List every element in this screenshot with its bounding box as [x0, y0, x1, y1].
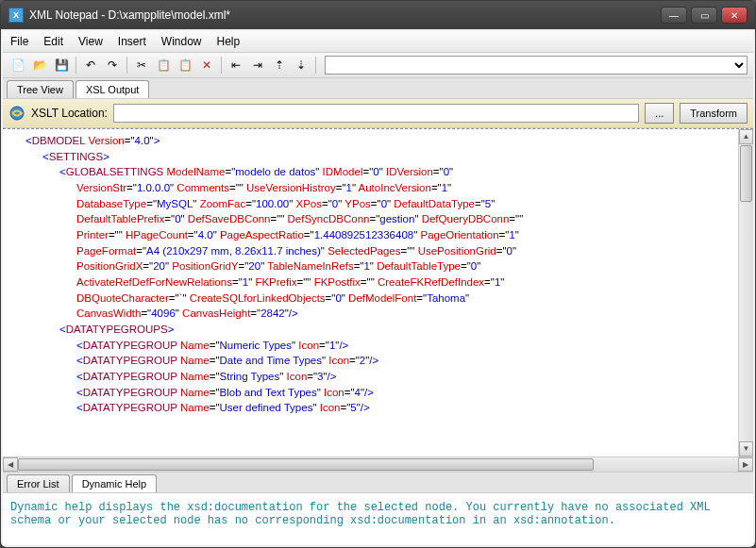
undo-icon[interactable]: ↶ [81, 56, 100, 75]
ie-icon [8, 105, 25, 122]
app-icon: X [8, 8, 24, 23]
menu-view[interactable]: View [78, 35, 103, 48]
save-icon[interactable]: 💾 [52, 56, 71, 75]
scroll-right-icon[interactable]: ▶ [738, 457, 753, 472]
titlebar: X XML Notepad - D:\xampplite\model.xml* … [1, 1, 755, 29]
transform-button[interactable]: Transform [680, 103, 748, 124]
minimize-button[interactable]: — [661, 7, 687, 24]
tab-xsl-output[interactable]: XSL Output [76, 80, 149, 98]
scroll-down-icon[interactable]: ▼ [739, 441, 753, 457]
xml-output[interactable]: <DBMODEL Version=4.0><SETTINGS><GLOBALSE… [3, 128, 753, 457]
close-button[interactable]: ✕ [721, 7, 748, 24]
menu-file[interactable]: File [10, 35, 28, 48]
open-icon[interactable]: 📂 [30, 56, 49, 75]
maximize-button[interactable]: ▭ [691, 7, 717, 24]
menu-edit[interactable]: Edit [43, 35, 63, 48]
scroll-thumb-h[interactable] [18, 458, 594, 471]
tab-dynamic-help[interactable]: Dynamic Help [72, 474, 157, 492]
window-title: XML Notepad - D:\xampplite\model.xml* [29, 8, 661, 22]
nudge-up-icon[interactable]: ⇡ [270, 56, 289, 75]
tab-tree-view[interactable]: Tree View [7, 80, 74, 98]
address-combo[interactable] [325, 56, 748, 75]
scroll-up-icon[interactable]: ▲ [739, 129, 753, 144]
menubar: File Edit View Insert Window Help [3, 31, 753, 53]
paste-icon[interactable]: 📋 [176, 56, 194, 75]
toolbar: 📄 📂 💾 ↶ ↷ ✂ 📋 📋 ✕ ⇤ ⇥ ⇡ ⇣ [3, 53, 753, 78]
redo-icon[interactable]: ↷ [103, 56, 122, 75]
xslt-location-input[interactable] [113, 104, 639, 123]
bottom-tabs: Error List Dynamic Help [3, 472, 753, 492]
browse-button[interactable]: ... [645, 103, 674, 124]
xslt-bar: XSLT Location: ... Transform [3, 98, 753, 128]
scroll-thumb[interactable] [740, 145, 752, 202]
view-tabs: Tree View XSL Output [3, 78, 753, 98]
nudge-left-icon[interactable]: ⇤ [227, 56, 245, 75]
help-panel: Dynamic help displays the xsd:documentat… [3, 492, 753, 545]
delete-icon[interactable]: ✕ [197, 56, 216, 75]
menu-insert[interactable]: Insert [118, 35, 146, 48]
nudge-down-icon[interactable]: ⇣ [292, 56, 311, 75]
horizontal-scrollbar[interactable]: ◀ ▶ [3, 457, 753, 472]
scroll-left-icon[interactable]: ◀ [3, 457, 18, 472]
copy-icon[interactable]: 📋 [154, 56, 173, 75]
new-icon[interactable]: 📄 [8, 56, 27, 75]
cut-icon[interactable]: ✂ [132, 56, 151, 75]
menu-help[interactable]: Help [217, 35, 241, 48]
menu-window[interactable]: Window [161, 35, 202, 48]
vertical-scrollbar[interactable]: ▲ ▼ [738, 129, 753, 457]
xslt-label: XSLT Location: [31, 107, 108, 120]
nudge-right-icon[interactable]: ⇥ [248, 56, 267, 75]
tab-error-list[interactable]: Error List [7, 474, 70, 492]
